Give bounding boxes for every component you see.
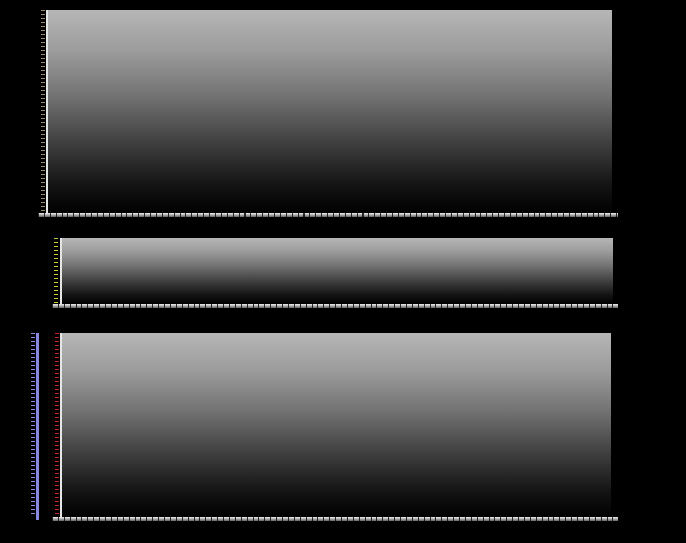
wind-axis-minor-ticks bbox=[41, 10, 45, 213]
direction-axis-minor-ticks bbox=[54, 238, 58, 304]
wind-direction-plot bbox=[60, 238, 613, 304]
direction-plot-x-axis-bar bbox=[52, 304, 618, 308]
wind-speed-pressure-plot bbox=[46, 10, 612, 213]
bottom-plot-x-axis-bar bbox=[52, 517, 618, 521]
rain-axis-minor-ticks bbox=[55, 333, 59, 517]
wind-plot-x-axis-bar bbox=[38, 213, 618, 217]
weather-24h-graph-screen bbox=[0, 0, 686, 543]
humidity-temperature-plot bbox=[60, 333, 611, 517]
humidity-axis-minor-ticks bbox=[31, 333, 35, 517]
humidity-axis-line bbox=[36, 333, 39, 520]
